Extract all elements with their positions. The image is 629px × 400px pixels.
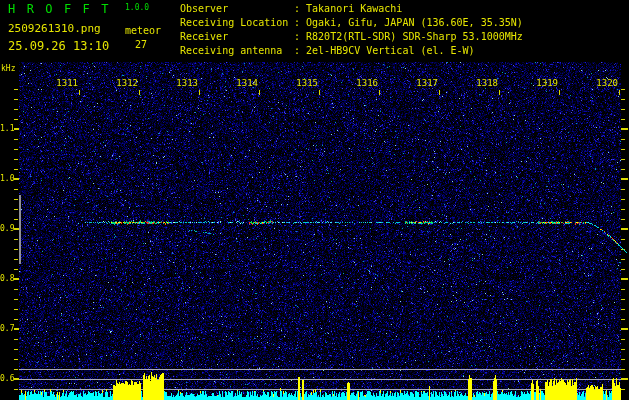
info-row-receiver: Receiver: R820T2(RTL-SDR) SDR-Sharp 53.1… [180,30,523,44]
y-label-0.7: 0.7 [0,324,14,334]
info-row-observer: Observer: Takanori Kawachi [180,2,523,16]
y-label-1.0: 1.0 [0,174,14,184]
y-axis-unit: kHz [1,64,15,73]
x-label-1316: 1316 [356,78,378,88]
x-label-1312: 1312 [116,78,138,88]
x-label-1315: 1315 [296,78,318,88]
info-value: Takanori Kawachi [306,3,402,14]
info-value: 2el-HB9CV Vertical (el. E-W) [306,45,475,56]
x-label-1320: 1320 [596,78,618,88]
spectrogram-canvas [0,0,629,400]
output-filename: 2509261310.png [8,22,101,35]
info-row-antenna: Receiving antenna: 2el-HB9CV Vertical (e… [180,44,523,58]
info-label: Receiver [180,30,294,44]
y-label-0.9: 0.9 [0,224,14,234]
x-label-1317: 1317 [416,78,438,88]
info-colon: : [294,3,306,14]
echo-count: 27 [135,39,147,50]
info-row-location: Receiving Location: Ogaki, Gifu, JAPAN (… [180,16,523,30]
info-value: R820T2(RTL-SDR) SDR-Sharp 53.1000MHz [306,31,523,42]
x-label-1314: 1314 [236,78,258,88]
y-label-0.6: 0.6 [0,374,14,384]
x-label-1313: 1313 [176,78,198,88]
info-colon: : [294,45,306,56]
info-label: Receiving Location [180,16,294,30]
y-label-0.8: 0.8 [0,274,14,284]
x-label-1311: 1311 [56,78,78,88]
x-label-1319: 1319 [536,78,558,88]
info-value: Ogaki, Gifu, JAPAN (136.60E, 35.35N) [306,17,523,28]
info-label: Receiving antenna [180,44,294,58]
app-title: H R O F F T [8,2,111,16]
info-colon: : [294,17,306,28]
station-info: Observer: Takanori KawachiReceiving Loca… [180,2,523,58]
app-version: 1.0.0 [125,3,149,12]
hrofft-screen: H R O F F T 1.0.0 2509261310.png meteor … [0,0,629,400]
y-label-1.1: 1.1 [0,124,14,134]
mode-label: meteor [125,25,161,36]
info-label: Observer [180,2,294,16]
x-label-1318: 1318 [476,78,498,88]
datetime-label: 25.09.26 13:10 [8,39,109,53]
info-colon: : [294,31,306,42]
